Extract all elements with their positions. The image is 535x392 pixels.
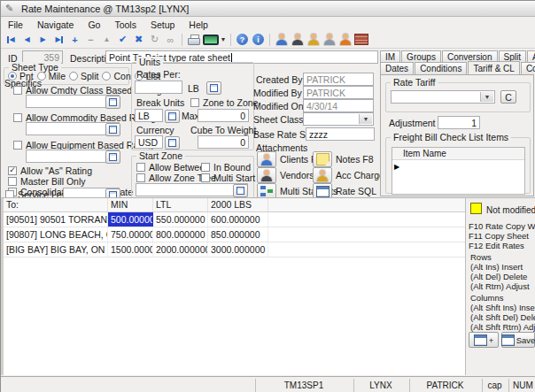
break-units-lookup-button[interactable] — [165, 110, 180, 123]
base-rate-seq-field[interactable]: zzzz — [306, 127, 375, 141]
master-bill-only-checkbox[interactable]: Master Bill Only — [8, 176, 86, 187]
start-zone-field[interactable] — [136, 183, 248, 196]
add-column-button[interactable]: + — [469, 332, 499, 348]
tab-groups[interactable]: Groups — [401, 50, 441, 63]
screen-dropdown-button[interactable]: ▼ — [202, 32, 227, 47]
table-icon — [316, 186, 330, 197]
column-header-2000lbs[interactable]: 2000 LBS — [208, 198, 268, 211]
rates-per-field[interactable] — [135, 81, 182, 94]
user-gold-button[interactable] — [306, 32, 321, 47]
notes-f8-button[interactable]: Notes F8 — [313, 151, 374, 167]
multi-start-checkbox[interactable]: Multi Start — [201, 173, 255, 183]
grid-cell[interactable]: [90501] 90501 TORRANCE, CA — [4, 212, 108, 227]
save-button[interactable]: Save — [501, 332, 535, 348]
title-bar[interactable]: ✎ Rate Maintenance @ TM13sp2 [LYNX] — [1, 1, 535, 17]
units-label: Units — [136, 57, 163, 67]
column-header-min[interactable]: MIN — [108, 198, 153, 211]
collapse-button[interactable]: ▲ — [99, 32, 114, 47]
accept-button[interactable]: ✔ — [115, 32, 130, 47]
currency-field[interactable]: USD — [135, 135, 163, 149]
max-label: Max — [182, 111, 199, 121]
table-row[interactable]: [BIG BAY] BIG BAY, ON 1500.000000 2000.0… — [4, 242, 465, 257]
cube-to-weight-field[interactable]: 0 — [198, 135, 249, 149]
menu-tools[interactable]: Tools — [107, 19, 143, 31]
menu-help[interactable]: Help — [182, 19, 215, 31]
max-field[interactable]: 0 — [198, 109, 249, 122]
column-header-ltl[interactable]: LTL — [153, 198, 208, 211]
break-units-field[interactable]: LB — [135, 109, 163, 122]
rate-tariff-combobox[interactable]: ▼ — [391, 90, 495, 104]
radio-con[interactable]: Con — [102, 71, 130, 81]
grid-cell[interactable]: 1500.000000 — [108, 242, 153, 257]
next-record-button[interactable]: ▶ — [35, 32, 50, 47]
in-bound-checkbox[interactable]: In Bound — [201, 162, 251, 173]
toolbar: ◀ ◀ ▶ ▶ + − ▲ ✔ ✖ ↻ ∞ ▼ ? i — [1, 31, 535, 49]
checklist-grid[interactable]: Item Name ▶ — [392, 147, 525, 195]
modified-by-label: Modified By — [253, 88, 300, 98]
first-record-button[interactable]: ◀ — [4, 32, 19, 47]
grid-cell[interactable]: 850.000000 — [208, 227, 268, 242]
rates-grid[interactable]: To: MIN LTL 2000 LBS [90501] 90501 TORRA… — [1, 197, 465, 375]
grid-cell[interactable]: 550.000000 — [153, 212, 208, 227]
link-icon[interactable]: ∞ — [163, 32, 178, 47]
grid-cell[interactable]: 800.000000 — [153, 227, 208, 242]
add-record-button[interactable]: + — [67, 32, 82, 47]
grid-cell[interactable]: [90807] LONG BEACH, CA — [4, 227, 108, 242]
table-row[interactable]: [90807] LONG BEACH, CA 750.000000 800.00… — [4, 227, 465, 242]
menu-setup[interactable]: Setup — [143, 19, 182, 31]
start-zone-lookup-button[interactable] — [233, 184, 248, 197]
rows-delete-hint: (Alt Del) Delete — [470, 272, 535, 281]
radio-split[interactable]: Split — [69, 71, 98, 81]
previous-record-button[interactable]: ◀ — [19, 32, 35, 47]
grid-cell-selected[interactable]: 500.000000 — [108, 212, 153, 227]
columns-delete-hint: (Alt Shft Del) Delete — [470, 312, 535, 322]
cmdty-class-lookup-button[interactable] — [105, 96, 120, 109]
user-gear-button[interactable] — [322, 32, 337, 47]
tab-conditions[interactable]: Conditions — [415, 62, 467, 74]
rate-tariff-label: Rate Tariff — [391, 77, 438, 88]
user-blue-icon — [275, 34, 288, 45]
print-button[interactable] — [186, 32, 201, 47]
chevron-down-icon[interactable]: ▼ — [480, 92, 493, 102]
delete-record-button[interactable]: − — [83, 32, 98, 47]
chevron-down-icon[interactable]: ▼ — [359, 114, 372, 124]
bricks-button[interactable] — [353, 32, 368, 47]
cancel-button[interactable]: ✖ — [131, 32, 146, 47]
currency-lookup-button[interactable] — [165, 136, 180, 150]
checklist-column-header[interactable]: Item Name — [392, 148, 524, 160]
grid-cell[interactable]: [BIG BAY] BIG BAY, ON — [4, 242, 108, 257]
table-row[interactable]: [90501] 90501 TORRANCE, CA 500.000000 55… — [4, 212, 465, 227]
grid-cell[interactable]: 600.000000 — [208, 212, 268, 227]
rates-per-lookup-button[interactable] — [206, 81, 221, 95]
tab-contract[interactable]: Contract — [521, 62, 535, 74]
user-blue-button[interactable] — [274, 32, 289, 47]
grid-cell[interactable]: 3000.000000 — [208, 242, 268, 257]
c-button[interactable]: C — [500, 90, 516, 104]
last-record-button[interactable]: ▶ — [51, 32, 66, 47]
columns-adjust-hint: (Alt Shft Rtrn) Adjust — [470, 322, 535, 332]
menu-navigate[interactable]: Navigate — [30, 19, 81, 31]
zone-to-zone-checkbox[interactable]: Zone to Zone — [190, 97, 258, 108]
grid-cell[interactable]: 2000.000000 — [153, 242, 208, 257]
tab-im[interactable]: IM — [380, 50, 400, 63]
sheet-class-combobox[interactable]: ▼ — [303, 112, 374, 126]
tab-dates[interactable]: Dates — [380, 62, 414, 74]
rows-adjust-hint: (Alt Rtrn) Adjust — [470, 281, 535, 291]
menu-file[interactable]: File — [1, 19, 30, 31]
allow-between-checkbox[interactable]: Allow Between — [136, 162, 210, 173]
tab-tariff-cl[interactable]: Tariff & CL — [468, 61, 520, 74]
adjustment-field[interactable]: 1 — [438, 116, 480, 129]
grid-cell[interactable]: 750.000000 — [108, 227, 153, 242]
commodity-lookup-button[interactable] — [105, 123, 120, 136]
allow-as-rating-checkbox[interactable]: Allow "As" Rating — [8, 165, 92, 176]
equipment-lookup-button[interactable] — [105, 150, 120, 164]
help-button[interactable]: ? — [235, 32, 250, 47]
menu-go[interactable]: Go — [81, 19, 107, 31]
info-button[interactable]: i — [251, 32, 266, 47]
refresh-icon[interactable]: ↻ — [147, 32, 162, 47]
user-orange-button[interactable] — [337, 32, 353, 47]
column-header-to[interactable]: To: — [4, 198, 108, 211]
acc-charges-button[interactable]: Acc Charges — [313, 167, 389, 183]
user-dark-button[interactable] — [290, 32, 305, 47]
tab-audit[interactable]: Audit — [527, 50, 535, 63]
